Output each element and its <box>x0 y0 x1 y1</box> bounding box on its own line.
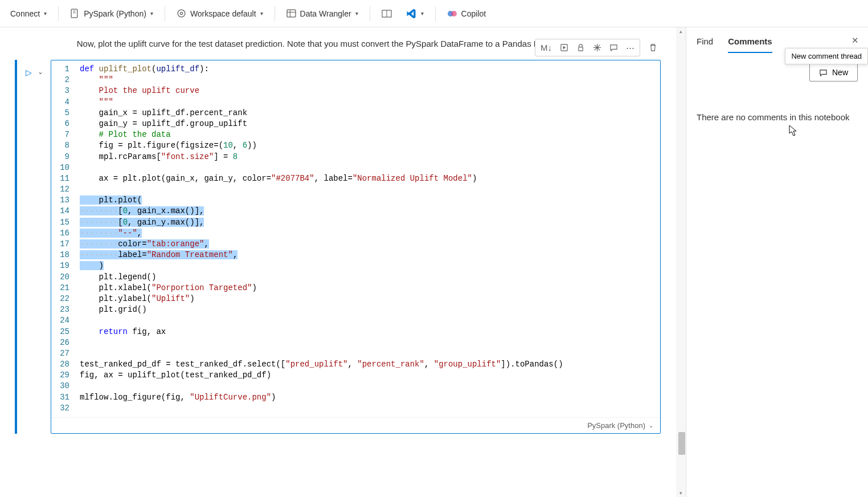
divider <box>275 6 275 21</box>
vscode-icon <box>406 8 417 19</box>
chevron-down-icon: ⌄ <box>649 422 653 429</box>
workspace-menu[interactable]: Workspace default ▾ <box>171 5 269 22</box>
cell-gutter: ▷ ⌄ <box>18 60 51 434</box>
svg-point-11 <box>451 11 457 17</box>
mouse-cursor-icon <box>788 124 799 137</box>
active-cell-strip <box>15 60 17 434</box>
close-panel-button[interactable]: ✕ <box>851 35 859 46</box>
workspace-label: Workspace default <box>190 9 256 18</box>
copilot-button[interactable]: Copilot <box>441 5 492 22</box>
datawrangler-menu[interactable]: Data Wrangler ▾ <box>281 5 364 22</box>
svg-rect-13 <box>579 47 583 51</box>
svg-point-3 <box>178 10 185 17</box>
scroll-down-icon[interactable]: ▾ <box>679 490 682 496</box>
divider <box>370 6 370 21</box>
chevron-down-icon: ▾ <box>260 10 263 17</box>
datawrangler-label: Data Wrangler <box>300 9 351 18</box>
convert-markdown-button[interactable]: M↓ <box>537 40 556 55</box>
layout-icon <box>382 9 392 18</box>
svg-point-4 <box>180 12 182 14</box>
new-comment-tooltip: New comment thread <box>785 48 868 64</box>
code-editor[interactable]: 1234567891011121314151617181920212223242… <box>51 60 660 417</box>
divider <box>165 6 165 21</box>
notebook-area: Now, plot the uplift curve for the test … <box>0 27 677 497</box>
comment-icon <box>819 68 828 77</box>
cell-footer: PySpark (Python) ⌄ <box>51 417 660 433</box>
cell-language-selector[interactable]: PySpark (Python) <box>587 421 645 430</box>
vscode-button[interactable]: ▾ <box>400 5 429 23</box>
more-button[interactable]: ⋯ <box>622 40 638 55</box>
chevron-down-icon: ▾ <box>355 10 358 17</box>
layout-toggle-button[interactable] <box>376 6 398 22</box>
cell-run-button[interactable] <box>556 40 572 55</box>
code-content: def uplift_plot(uplift_df): """ Plot the… <box>80 64 660 414</box>
empty-comments-text: There are no comments in this notebook <box>697 82 858 122</box>
tab-comments[interactable]: Comments <box>728 36 772 53</box>
connect-label: Connect <box>10 9 40 18</box>
freeze-button[interactable] <box>589 40 605 55</box>
datawrangler-icon <box>286 9 296 18</box>
copilot-icon <box>447 9 457 19</box>
tab-find[interactable]: Find <box>697 36 713 53</box>
run-cell-button[interactable]: ▷ <box>26 68 32 434</box>
cell-toolbar: M↓ ⋯ <box>535 39 661 56</box>
svg-rect-0 <box>71 9 77 18</box>
top-toolbar: Connect ▾ PySpark (Python) ▾ Workspace d… <box>0 0 868 27</box>
delete-cell-button[interactable] <box>645 40 661 55</box>
new-button-label: New <box>832 68 848 77</box>
scrollbar[interactable]: ▴ ▾ <box>677 27 686 497</box>
cell-expand-button[interactable]: ⌄ <box>38 68 43 434</box>
language-label: PySpark (Python) <box>84 9 146 18</box>
divider <box>435 6 436 21</box>
scroll-thumb[interactable] <box>678 432 685 455</box>
comments-panel: ✕ Find Comments New comment thread New T… <box>686 27 868 497</box>
code-cell: ▷ ⌄ M↓ ⋯ 1234567891011121314151 <box>15 60 661 434</box>
svg-rect-5 <box>287 10 296 17</box>
copilot-label: Copilot <box>461 9 486 18</box>
new-comment-button[interactable]: New <box>809 63 858 82</box>
connect-menu[interactable]: Connect ▾ <box>5 6 52 22</box>
line-numbers: 1234567891011121314151617181920212223242… <box>51 64 80 414</box>
lock-button[interactable] <box>572 40 589 55</box>
chevron-down-icon: ▾ <box>421 10 424 17</box>
chevron-down-icon: ▾ <box>150 10 153 17</box>
notebook-icon <box>70 9 80 18</box>
divider <box>58 6 59 21</box>
comment-button[interactable] <box>605 40 622 55</box>
chevron-down-icon: ▾ <box>44 10 47 17</box>
target-icon <box>177 9 186 18</box>
scroll-up-icon[interactable]: ▴ <box>679 28 682 34</box>
language-menu[interactable]: PySpark (Python) ▾ <box>64 5 159 22</box>
